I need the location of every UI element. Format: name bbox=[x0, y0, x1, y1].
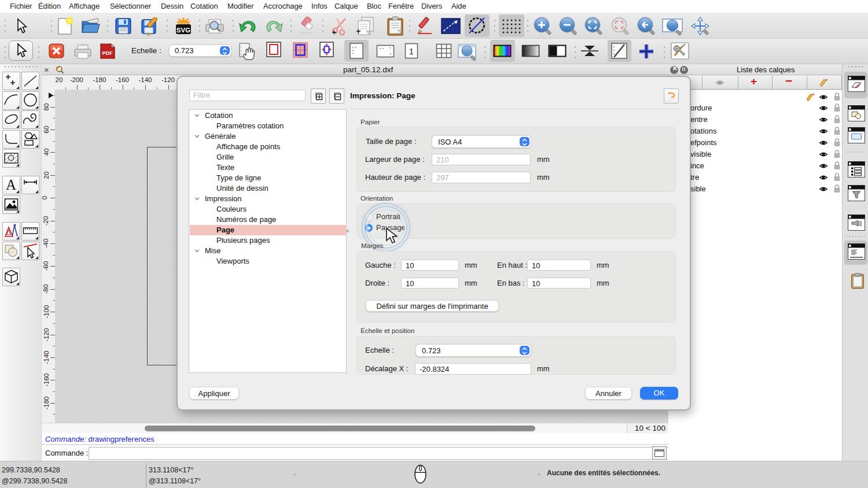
svg-text:A: A bbox=[6, 177, 16, 193]
svg-text:SVG: SVG bbox=[176, 27, 190, 34]
svg-text:1: 1 bbox=[409, 47, 414, 56]
svg-text:PDF: PDF bbox=[102, 50, 113, 56]
